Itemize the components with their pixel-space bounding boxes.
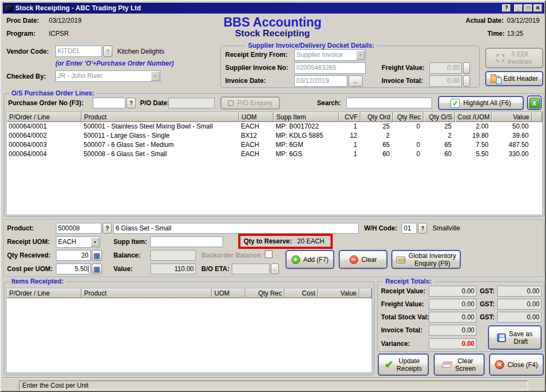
excel-icon: x [529, 98, 540, 108]
program-value: ICPSR [49, 30, 69, 37]
edit-header-button[interactable]: Edit Header [485, 71, 543, 86]
receipt-uom-dropdown[interactable]: EACH ▼ [56, 236, 100, 248]
table-row[interactable]: 000064/0002500011 - Large Glass - Single… [7, 131, 542, 140]
footer-divider [3, 377, 545, 378]
total-stock-field: 0.00 [429, 312, 477, 323]
balance-field [150, 250, 196, 261]
app-icon [5, 5, 12, 12]
clear-button[interactable]: − Clear [339, 250, 388, 269]
screen-title: Stock Receipting [186, 28, 359, 39]
calendar-icon: . [274, 266, 276, 272]
po-enquiry-button[interactable]: P/O Enquiry [220, 97, 280, 110]
supplier-invoice-panel-title: Supplier Invoice/Delivery Docket Details… [246, 42, 377, 49]
double-check-icon: ✔ [385, 361, 393, 369]
items-table-header: P/Order / Line Product UOM Qty Rec Cost … [7, 288, 372, 298]
qty-to-reserve-value: 20 EACH [297, 237, 325, 245]
wh-help-button[interactable]: ? [418, 223, 427, 234]
po-date-field [168, 98, 215, 108]
variance-label: Variance: [381, 340, 410, 348]
folder-icon [491, 76, 500, 83]
inventory-box-icon [396, 256, 405, 264]
receipt-totals-panel: Receipt Totals: Receipt Value: 0.00 GST:… [377, 281, 544, 352]
chevron-down-icon: ▼ [356, 50, 365, 60]
save-as-draft-button[interactable]: Save as Draft [488, 325, 542, 350]
wh-code-input[interactable]: 01 [402, 223, 417, 234]
receipt-entry-from-dropdown[interactable]: Supplier Invoice ▼ [294, 49, 366, 61]
wh-name: Smallville [433, 224, 460, 232]
close-x-icon: ✕ [495, 360, 504, 369]
maximize-button[interactable]: □ [524, 4, 532, 12]
value-field: 110.00 [150, 264, 196, 274]
highlight-all-button[interactable]: ✓ Highlight All (F6) [438, 96, 524, 110]
invoice-total-field: 0.00 [429, 75, 462, 87]
variance-field: 0.00 [429, 338, 477, 349]
edi-invoices-button[interactable]: 0 EDI Invoices [485, 48, 543, 68]
chevron-down-icon: ▼ [91, 237, 99, 247]
receipt-value-field: 0.00 [429, 286, 477, 297]
qty-calculator-button[interactable]: ▦ [92, 250, 102, 261]
purchase-order-no-label: Purchase Order No (F3): [8, 99, 84, 107]
enquiry-icon [228, 100, 234, 106]
proc-date-label: Proc Date: [7, 17, 39, 24]
product-label: Product: [7, 224, 34, 232]
freight-total-field: 0.00 [429, 299, 477, 310]
supp-item-input[interactable] [150, 236, 223, 247]
calculator-icon: ▦ [93, 252, 100, 259]
help-button[interactable]: ? [502, 4, 511, 12]
table-row[interactable]: 000064/0004500008 - 6 Glass Set - SmallE… [7, 150, 542, 159]
receipt-uom-label: Receipt UOM: [7, 238, 50, 246]
cost-per-uom-label: Cost per UOM: [7, 265, 53, 273]
checked-by-label: Checked By: [7, 73, 46, 80]
supp-item-label: Supp Item: [113, 238, 147, 246]
checked-by-dropdown[interactable]: JR - John River ▼ [55, 70, 161, 82]
invoice-total-sum-label: Invoice Total: [381, 326, 422, 334]
backorder-balance-checkbox[interactable] [265, 250, 272, 258]
purchase-order-help-button[interactable]: ? [126, 98, 136, 108]
minimize-button[interactable]: _ [514, 4, 523, 12]
search-input[interactable] [346, 98, 432, 108]
product-code-input[interactable]: 500008 [56, 223, 101, 234]
actual-date-value: 03/12/2019 [507, 17, 539, 24]
titlebar: Stock Receipting - ABC Trading Pty Ltd ?… [3, 3, 544, 14]
invoice-date-field: 03/12/2019 [294, 75, 347, 87]
add-button[interactable]: + Add (F7) [285, 250, 334, 269]
supplier-invoice-no-label: Supplier Invoice No: [225, 64, 288, 72]
invoice-total-button[interactable] [463, 75, 470, 87]
clear-screen-button[interactable]: Clear Screen [434, 354, 485, 376]
gst2-field: 0.00 [497, 299, 542, 310]
global-inventory-enquiry-button[interactable]: Global Inventory Enquiry (F9) [391, 250, 461, 269]
cost-per-uom-input[interactable]: 5.50 [56, 264, 91, 274]
eraser-icon [442, 362, 453, 368]
export-excel-button[interactable]: x [527, 95, 542, 110]
checkmark-icon: ✓ [450, 99, 460, 108]
freight-value-button[interactable] [463, 62, 470, 74]
invoice-date-calendar-button[interactable]: ‥ [348, 75, 363, 87]
supplier-invoice-panel: Supplier Invoice/Delivery Docket Details… [220, 46, 480, 88]
qty-received-label: Qty Received: [7, 252, 50, 259]
close-button[interactable]: ✕ [534, 4, 542, 12]
vendor-help-button[interactable]: ? [103, 46, 112, 57]
update-receipts-button[interactable]: ✔ Update Receipts [378, 354, 429, 376]
table-row[interactable]: 000064/0003500007 - 6 Glass Set - Medium… [7, 140, 542, 150]
qty-received-input[interactable]: 20 [56, 250, 91, 261]
vendor-code-label: Vendor Code: [7, 48, 49, 55]
freight-value-field: 0.00 [429, 62, 462, 74]
table-row[interactable]: 000064/0001500001 - Stainless Steel Mixi… [7, 122, 542, 131]
cost-calculator-button[interactable]: ▦ [92, 264, 102, 274]
os-lines-table: P/Order / Line Product UOM Supp Item CVF… [6, 112, 543, 215]
receipt-totals-title: Receipt Totals: [383, 278, 434, 285]
balance-label: Balance: [113, 252, 141, 259]
product-help-button[interactable]: ? [103, 223, 112, 234]
time-value: 13:25 [507, 30, 523, 37]
app-title: BBS Accounting [186, 15, 359, 30]
bo-eta-calendar-button[interactable]: . [271, 264, 279, 274]
receipt-entry-from-label: Receipt Entry From: [225, 51, 288, 59]
gst1-field: 0.00 [497, 286, 542, 297]
close-window-button[interactable]: ✕ Close (F4) [489, 354, 544, 376]
status-bar: Enter the Cost per Unit [3, 380, 545, 391]
purchase-order-no-input[interactable] [93, 98, 125, 108]
backorder-balance-label: Backorder Balance: [201, 252, 263, 259]
edi-icon [497, 54, 504, 62]
time-label: Time: [487, 30, 505, 37]
vendor-hint: (or Enter 'O'+Purchase Order Number) [55, 60, 174, 67]
